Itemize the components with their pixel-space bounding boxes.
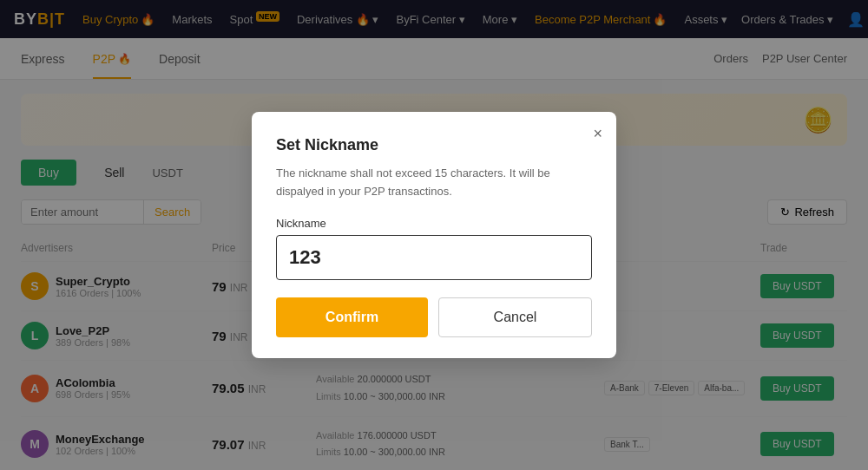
- nickname-input[interactable]: [276, 235, 592, 280]
- cancel-button[interactable]: Cancel: [438, 297, 592, 337]
- modal-overlay: × Set Nickname The nickname shall not ex…: [0, 0, 868, 470]
- confirm-button[interactable]: Confirm: [276, 297, 428, 337]
- nickname-label: Nickname: [276, 217, 592, 230]
- set-nickname-modal: × Set Nickname The nickname shall not ex…: [252, 112, 616, 358]
- modal-buttons: Confirm Cancel: [276, 297, 592, 337]
- modal-close-button[interactable]: ×: [593, 126, 602, 141]
- modal-description: The nickname shall not exceed 15 charact…: [276, 165, 592, 201]
- modal-title: Set Nickname: [276, 136, 592, 154]
